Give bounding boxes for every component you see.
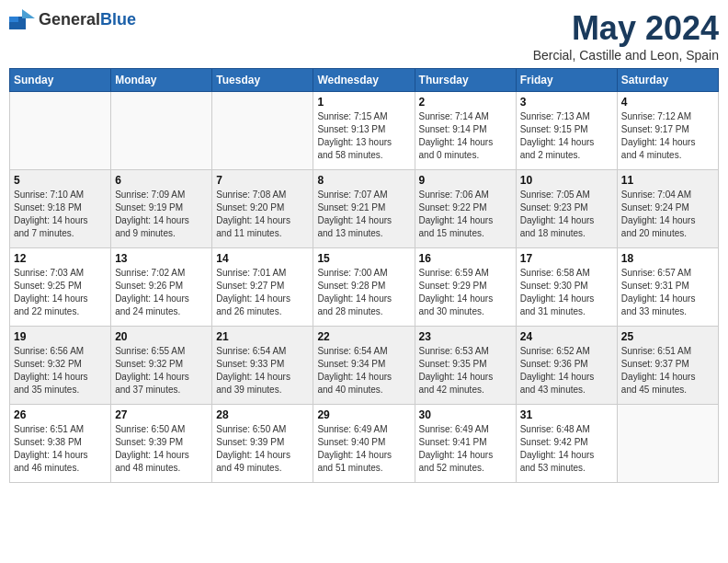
day-number: 26 <box>14 408 107 421</box>
weekday-header-monday: Monday <box>111 69 212 92</box>
day-info: Sunrise: 7:05 AM Sunset: 9:23 PM Dayligh… <box>520 189 613 240</box>
logo: GeneralBlue <box>9 9 136 29</box>
day-number: 2 <box>419 96 512 109</box>
day-number: 24 <box>520 330 613 343</box>
logo-general: General <box>39 10 100 29</box>
day-number: 27 <box>115 408 208 421</box>
day-number: 29 <box>317 408 410 421</box>
day-info: Sunrise: 6:56 AM Sunset: 9:32 PM Dayligh… <box>14 345 107 396</box>
calendar-week-row: 19Sunrise: 6:56 AM Sunset: 9:32 PM Dayli… <box>10 327 719 405</box>
day-info: Sunrise: 6:49 AM Sunset: 9:40 PM Dayligh… <box>317 423 410 475</box>
day-info: Sunrise: 7:07 AM Sunset: 9:21 PM Dayligh… <box>317 189 410 240</box>
calendar-cell: 1Sunrise: 7:15 AM Sunset: 9:13 PM Daylig… <box>313 92 415 170</box>
calendar-cell: 8Sunrise: 7:07 AM Sunset: 9:21 PM Daylig… <box>313 170 415 248</box>
day-number: 31 <box>520 408 613 421</box>
calendar-cell: 25Sunrise: 6:51 AM Sunset: 9:37 PM Dayli… <box>617 327 718 405</box>
day-info: Sunrise: 6:53 AM Sunset: 9:35 PM Dayligh… <box>419 345 512 396</box>
day-info: Sunrise: 7:01 AM Sunset: 9:27 PM Dayligh… <box>216 267 309 318</box>
location: Bercial, Castille and Leon, Spain <box>533 48 719 63</box>
day-number: 21 <box>216 330 309 343</box>
day-info: Sunrise: 6:59 AM Sunset: 9:29 PM Dayligh… <box>419 267 512 318</box>
calendar-week-row: 12Sunrise: 7:03 AM Sunset: 9:25 PM Dayli… <box>10 248 719 327</box>
day-info: Sunrise: 7:08 AM Sunset: 9:20 PM Dayligh… <box>216 189 309 240</box>
calendar-cell: 20Sunrise: 6:55 AM Sunset: 9:32 PM Dayli… <box>111 327 212 405</box>
day-info: Sunrise: 6:48 AM Sunset: 9:42 PM Dayligh… <box>520 423 613 475</box>
day-info: Sunrise: 7:00 AM Sunset: 9:28 PM Dayligh… <box>317 267 410 318</box>
weekday-header-saturday: Saturday <box>617 69 718 92</box>
calendar-cell: 9Sunrise: 7:06 AM Sunset: 9:22 PM Daylig… <box>415 170 516 248</box>
calendar-cell: 11Sunrise: 7:04 AM Sunset: 9:24 PM Dayli… <box>617 170 718 248</box>
day-number: 19 <box>14 330 107 343</box>
day-info: Sunrise: 6:58 AM Sunset: 9:30 PM Dayligh… <box>520 267 613 318</box>
day-number: 17 <box>520 252 613 265</box>
day-info: Sunrise: 7:14 AM Sunset: 9:14 PM Dayligh… <box>419 110 512 162</box>
calendar-cell: 4Sunrise: 7:12 AM Sunset: 9:17 PM Daylig… <box>617 92 718 170</box>
calendar-cell: 6Sunrise: 7:09 AM Sunset: 9:19 PM Daylig… <box>111 170 212 248</box>
day-info: Sunrise: 7:06 AM Sunset: 9:22 PM Dayligh… <box>419 189 512 240</box>
calendar-cell: 18Sunrise: 6:57 AM Sunset: 9:31 PM Dayli… <box>617 248 718 327</box>
day-number: 22 <box>317 330 410 343</box>
logo-icon <box>9 9 35 29</box>
calendar: SundayMondayTuesdayWednesdayThursdayFrid… <box>9 68 719 483</box>
day-number: 15 <box>317 252 410 265</box>
weekday-header-tuesday: Tuesday <box>212 69 313 92</box>
month-title: May 2024 <box>533 9 719 48</box>
calendar-cell: 10Sunrise: 7:05 AM Sunset: 9:23 PM Dayli… <box>516 170 617 248</box>
day-number: 9 <box>419 174 512 187</box>
day-info: Sunrise: 6:54 AM Sunset: 9:33 PM Dayligh… <box>216 345 309 396</box>
calendar-week-row: 26Sunrise: 6:51 AM Sunset: 9:38 PM Dayli… <box>10 405 719 483</box>
day-info: Sunrise: 6:50 AM Sunset: 9:39 PM Dayligh… <box>216 423 309 475</box>
calendar-header-row: SundayMondayTuesdayWednesdayThursdayFrid… <box>10 69 719 92</box>
day-info: Sunrise: 6:55 AM Sunset: 9:32 PM Dayligh… <box>115 345 208 396</box>
calendar-cell: 26Sunrise: 6:51 AM Sunset: 9:38 PM Dayli… <box>10 405 111 483</box>
page-header: GeneralBlue May 2024 Bercial, Castille a… <box>9 9 719 63</box>
calendar-cell: 19Sunrise: 6:56 AM Sunset: 9:32 PM Dayli… <box>10 327 111 405</box>
calendar-cell: 17Sunrise: 6:58 AM Sunset: 9:30 PM Dayli… <box>516 248 617 327</box>
calendar-cell: 27Sunrise: 6:50 AM Sunset: 9:39 PM Dayli… <box>111 405 212 483</box>
day-info: Sunrise: 7:12 AM Sunset: 9:17 PM Dayligh… <box>621 110 714 162</box>
day-number: 3 <box>520 96 613 109</box>
calendar-cell: 2Sunrise: 7:14 AM Sunset: 9:14 PM Daylig… <box>415 92 516 170</box>
day-number: 13 <box>115 252 208 265</box>
day-info: Sunrise: 7:10 AM Sunset: 9:18 PM Dayligh… <box>14 189 107 240</box>
day-info: Sunrise: 6:57 AM Sunset: 9:31 PM Dayligh… <box>621 267 714 318</box>
calendar-cell: 14Sunrise: 7:01 AM Sunset: 9:27 PM Dayli… <box>212 248 313 327</box>
day-number: 14 <box>216 252 309 265</box>
title-section: May 2024 Bercial, Castille and Leon, Spa… <box>533 9 719 63</box>
day-info: Sunrise: 6:51 AM Sunset: 9:37 PM Dayligh… <box>621 345 714 396</box>
day-info: Sunrise: 7:03 AM Sunset: 9:25 PM Dayligh… <box>14 267 107 318</box>
calendar-cell <box>212 92 313 170</box>
day-info: Sunrise: 6:54 AM Sunset: 9:34 PM Dayligh… <box>317 345 410 396</box>
day-info: Sunrise: 7:15 AM Sunset: 9:13 PM Dayligh… <box>317 110 410 162</box>
calendar-cell: 5Sunrise: 7:10 AM Sunset: 9:18 PM Daylig… <box>10 170 111 248</box>
svg-marker-1 <box>22 9 35 18</box>
day-number: 20 <box>115 330 208 343</box>
day-number: 12 <box>14 252 107 265</box>
calendar-cell <box>10 92 111 170</box>
weekday-header-sunday: Sunday <box>10 69 111 92</box>
calendar-cell: 23Sunrise: 6:53 AM Sunset: 9:35 PM Dayli… <box>415 327 516 405</box>
day-number: 6 <box>115 174 208 187</box>
day-info: Sunrise: 7:04 AM Sunset: 9:24 PM Dayligh… <box>621 189 714 240</box>
day-number: 30 <box>419 408 512 421</box>
calendar-cell: 3Sunrise: 7:13 AM Sunset: 9:15 PM Daylig… <box>516 92 617 170</box>
logo-blue: Blue <box>100 10 136 29</box>
calendar-cell: 29Sunrise: 6:49 AM Sunset: 9:40 PM Dayli… <box>313 405 415 483</box>
calendar-cell: 13Sunrise: 7:02 AM Sunset: 9:26 PM Dayli… <box>111 248 212 327</box>
day-info: Sunrise: 6:52 AM Sunset: 9:36 PM Dayligh… <box>520 345 613 396</box>
day-info: Sunrise: 7:13 AM Sunset: 9:15 PM Dayligh… <box>520 110 613 162</box>
day-number: 28 <box>216 408 309 421</box>
svg-rect-2 <box>9 17 18 22</box>
calendar-cell: 31Sunrise: 6:48 AM Sunset: 9:42 PM Dayli… <box>516 405 617 483</box>
day-info: Sunrise: 7:02 AM Sunset: 9:26 PM Dayligh… <box>115 267 208 318</box>
calendar-cell <box>111 92 212 170</box>
day-number: 4 <box>621 96 714 109</box>
day-number: 5 <box>14 174 107 187</box>
weekday-header-friday: Friday <box>516 69 617 92</box>
day-number: 10 <box>520 174 613 187</box>
day-number: 16 <box>419 252 512 265</box>
day-info: Sunrise: 6:49 AM Sunset: 9:41 PM Dayligh… <box>419 423 512 475</box>
day-number: 7 <box>216 174 309 187</box>
calendar-cell: 12Sunrise: 7:03 AM Sunset: 9:25 PM Dayli… <box>10 248 111 327</box>
calendar-cell: 15Sunrise: 7:00 AM Sunset: 9:28 PM Dayli… <box>313 248 415 327</box>
